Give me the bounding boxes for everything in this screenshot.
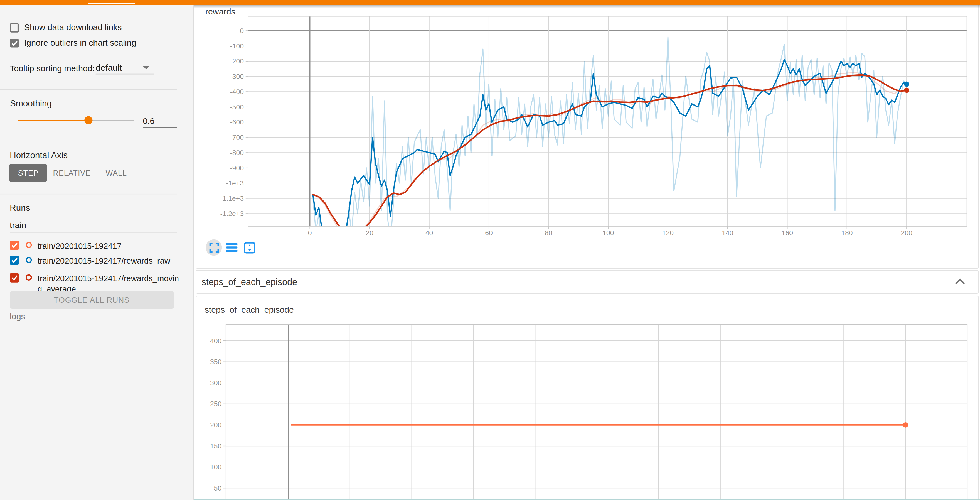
divider: [0, 140, 177, 141]
smoothing-input-underline: [143, 127, 177, 127]
chevron-up-icon[interactable]: [954, 277, 966, 287]
run-color-ring: [25, 257, 32, 263]
axis-wall-button[interactable]: WALL: [102, 164, 130, 182]
run-checkbox[interactable]: [10, 273, 19, 282]
toggle-all-runs-button[interactable]: TOGGLE ALL RUNS: [10, 291, 174, 309]
ignore-outliers-row[interactable]: Ignore outliers in chart scaling: [10, 38, 136, 48]
smoothing-label: Smoothing: [10, 98, 52, 108]
divider: [0, 193, 177, 194]
run-filter-underline: [10, 232, 177, 232]
settings-sidebar: Show data download links Ignore outliers…: [0, 5, 193, 500]
axis-step-button[interactable]: STEP: [10, 164, 47, 182]
ignore-outliers-checkbox[interactable]: [10, 39, 19, 48]
tooltip-sorting-select[interactable]: default: [96, 62, 122, 72]
tensorboard-app: rewards steps_of_each_episode steps_of_e…: [0, 0, 980, 500]
smoothing-slider-knob[interactable]: [84, 116, 92, 124]
steps-pane: [196, 295, 978, 500]
smoothing-value-input[interactable]: 0.6: [143, 116, 154, 125]
window-bottom-edge: [194, 498, 980, 500]
expand-chart-icon[interactable]: [209, 243, 218, 252]
horizontal-axis-label: Horizontal Axis: [10, 150, 68, 160]
chevron-down-icon[interactable]: [143, 66, 149, 69]
show-data-download-links-checkbox[interactable]: [10, 23, 19, 32]
smoothing-slider-fill: [18, 120, 88, 121]
axis-relative-button[interactable]: RELATIVE: [52, 164, 91, 182]
run-color-ring: [25, 274, 32, 280]
run-name: train/20201015-192417/rewards_raw: [38, 256, 180, 266]
run-row[interactable]: train/20201015-192417/rewards_raw: [10, 256, 185, 266]
select-underline: [96, 74, 154, 74]
run-name: train/20201015-192417: [38, 240, 180, 252]
section-header-label: steps_of_each_episode: [202, 277, 297, 287]
logdir-label: logs: [10, 312, 25, 321]
divider: [0, 89, 177, 90]
steps-chart-title: steps_of_each_episode: [205, 305, 294, 315]
run-checkbox[interactable]: [10, 256, 19, 265]
run-checkbox[interactable]: [10, 240, 19, 250]
runs-list-icon[interactable]: [226, 242, 237, 253]
run-row[interactable]: train/20201015-192417: [10, 240, 185, 252]
section-header-steps-of-each-episode[interactable]: [196, 270, 978, 294]
fit-domain-icon[interactable]: [244, 242, 256, 254]
checkbox-label: Ignore outliers in chart scaling: [24, 38, 136, 48]
rewards-chart-title: rewards: [205, 7, 235, 16]
app-header-bar: [0, 0, 980, 5]
checkbox-label: Show data download links: [24, 22, 122, 33]
run-filter-input[interactable]: train: [10, 220, 26, 230]
tooltip-sorting-label: Tooltip sorting method:: [10, 64, 95, 73]
run-color-ring: [25, 242, 32, 248]
runs-label: Runs: [10, 202, 30, 212]
show-data-download-links-row[interactable]: Show data download links: [10, 22, 122, 33]
rewards-pane: [196, 5, 978, 268]
